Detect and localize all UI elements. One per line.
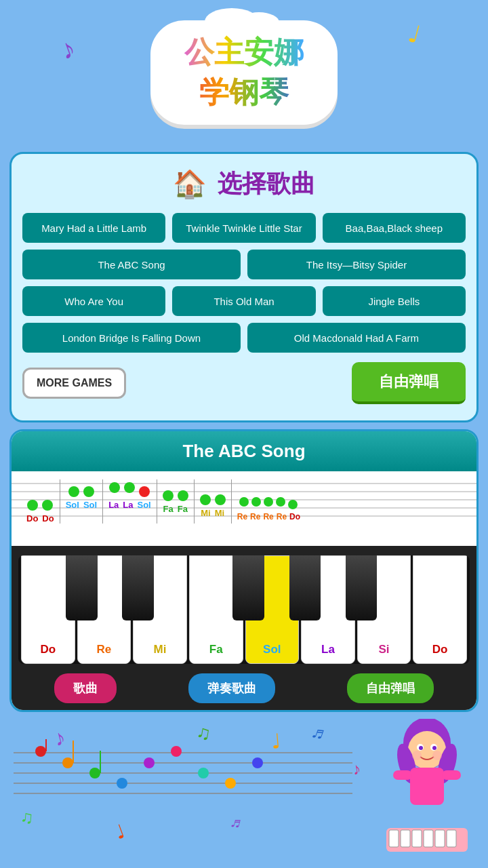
svg-point-41 [432,751,442,760]
note-dot [239,497,249,507]
note-section-6: Re Re Re Re Do [232,479,306,524]
key-label-si: Si [379,643,390,656]
key-mi[interactable]: Mi [133,555,187,664]
note-dot-red [139,486,150,497]
note-label: Mi [201,508,210,518]
key-do-low[interactable]: Do [21,555,75,664]
song-btn-mary[interactable]: Mary Had a Little Lamb [22,213,165,243]
note-dot [42,500,53,511]
svg-point-27 [432,746,436,750]
songs-button[interactable]: 歌曲 [54,673,117,703]
song-btn-jingle[interactable]: Jingle Bells [323,286,466,316]
piano-header: The ABC Song [12,431,476,471]
key-label-do-high: Do [432,643,448,656]
key-label-re: Re [97,643,112,656]
svg-rect-32 [442,770,461,780]
svg-rect-34 [389,830,399,847]
title-line2: 学钢琴 [184,73,304,113]
piano-section: The ABC Song Do Do [9,429,479,712]
song-btn-oldman[interactable]: This Old Man [172,286,315,316]
svg-point-13 [117,778,127,789]
piano-keyboard: Do Re Mi Fa Sol La Si [12,546,476,710]
piano-song-title: The ABC Song [182,441,305,461]
note-label: Re [237,512,247,521]
deco-note-5: ♪ [351,759,363,779]
music-note-right-icon: ♩ [405,20,424,50]
free-button[interactable]: 自由弹唱 [347,673,434,703]
song-row-4: London Bridge Is Falling Down Old Macdon… [22,323,466,353]
note-dot [109,482,120,493]
svg-point-15 [171,746,182,757]
house-icon: 🏠 [173,168,207,200]
note-dot [83,486,94,497]
note-dot [178,490,188,501]
song-btn-baa[interactable]: Baa,Baa,Black sheep [323,213,466,243]
note-label: Fa [163,504,174,514]
note-dots-4 [163,479,188,501]
bottom-decoration: ♪ ♫ ♩ ♬ ♪ ♫ ♩ ♬ [0,719,488,868]
song-btn-london[interactable]: London Bridge Is Falling Down [22,323,241,353]
note-label: Sol [66,500,79,510]
note-label: La [123,500,133,510]
svg-rect-35 [401,830,410,847]
girl-svg [380,719,474,852]
key-label-la: La [321,643,335,656]
note-label: Sol [138,500,151,510]
song-row-2: The ABC Song The Itsy—Bitsy Spider [22,250,466,279]
note-dots-3 [109,479,150,497]
song-row-1: Mary Had a Little Lamb Twinkle Twinkle L… [22,213,466,243]
note-dot [27,500,38,511]
key-sol[interactable]: Sol [245,555,300,664]
note-labels-4: Fa Fa [163,504,188,514]
song-btn-twinkle[interactable]: Twinkle Twinkle Little Star [172,213,315,243]
more-games-button[interactable]: MORE GAMES [22,368,126,399]
song-btn-itsy[interactable]: The Itsy—Bitsy Spider [247,250,466,279]
key-si[interactable]: Si [357,555,411,664]
song-row-3: Who Are You This Old Man Jingle Bells [22,286,466,316]
note-dot [264,497,273,507]
panel-title: 选择歌曲 [218,167,315,201]
play-button[interactable]: 弹奏歌曲 [188,673,275,703]
key-re[interactable]: Re [77,555,131,664]
note-labels-6: Re Re Re Re Do [237,512,300,521]
note-labels-1: Do Do [26,513,54,524]
note-dots-6 [239,479,298,509]
song-btn-abc[interactable]: The ABC Song [22,250,241,279]
note-label: Mi [215,508,224,518]
music-note-left-icon: ♪ [56,33,79,66]
note-dot [251,497,261,507]
note-label: Do [289,512,300,521]
note-dot [124,482,135,493]
key-label-fa: Fa [209,643,223,656]
note-dot [163,490,174,501]
title-line1: 公主安娜 [184,33,304,73]
piano-buttons: 歌曲 弹奏歌曲 自由弹唱 [18,673,470,703]
key-label-mi: Mi [154,643,167,656]
svg-point-18 [252,757,263,768]
song-btn-macdonald[interactable]: Old Macdonald Had A Farm [247,323,466,353]
svg-rect-36 [412,830,422,847]
key-label-do-low: Do [40,643,56,656]
free-play-button[interactable]: 自由弹唱 [352,362,466,404]
top-section: ♪ ♩ 公主安娜 学钢琴 [0,0,488,145]
deco-note-6: ♫ [20,806,35,829]
svg-point-26 [419,746,423,750]
girl-character [380,719,474,861]
note-label: Re [250,512,260,521]
key-la[interactable]: La [301,555,355,664]
svg-point-12 [89,768,100,778]
note-label: Do [42,513,54,524]
svg-point-40 [412,751,422,760]
note-label: Do [26,513,38,524]
note-dots-1 [27,479,53,511]
note-section-3: La La Sol [103,479,157,524]
note-section-2: Sol Sol [60,479,103,524]
key-fa[interactable]: Fa [189,555,243,664]
svg-point-14 [144,757,155,768]
key-do-high[interactable]: Do [413,555,467,664]
song-btn-who[interactable]: Who Are You [22,286,165,316]
svg-point-11 [62,757,73,768]
note-dot [215,494,226,505]
svg-point-16 [198,768,209,778]
panel-header: 🏠 选择歌曲 [22,167,466,201]
